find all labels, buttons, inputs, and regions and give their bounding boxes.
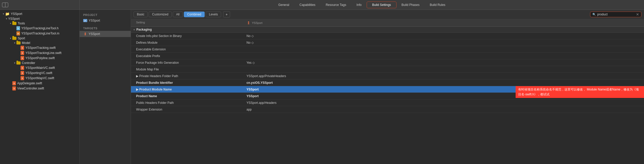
table-row[interactable]: Module Map File xyxy=(131,66,644,73)
add-setting-button[interactable]: + xyxy=(223,11,230,17)
sidebar-item-sportingvc-swift[interactable]: S YSSportingVC.swift xyxy=(0,70,79,76)
svg-point-2 xyxy=(85,33,86,34)
sidebar-item-model-folder[interactable]: ▾ Model xyxy=(0,41,79,45)
sidebar-item-mapvc-swift[interactable]: S YSSportMapVC.swift xyxy=(0,76,79,81)
table-row[interactable]: ▶ Private Headers Folder Path YSSport.ap… xyxy=(131,73,644,79)
tab-capabilities[interactable]: Capabilities xyxy=(294,0,320,10)
spacer xyxy=(13,32,16,35)
swift-file-icon: S xyxy=(12,81,16,85)
sidebar-item-yssport-root[interactable]: ▾ 📁 YSSport xyxy=(0,11,79,16)
comment-overlay: 有时候项目名称系统命名不规范，这里可以修改， Module Name或者Name… xyxy=(516,86,644,98)
setting-value: No ◇ xyxy=(244,40,644,45)
sidebar-item-label: YSSportTrackingLine.swift xyxy=(25,51,61,55)
chevron-down-icon: ▾ xyxy=(5,17,8,20)
tab-resource-tags[interactable]: Resource Tags xyxy=(320,0,351,10)
sidebar-item-label: YSSportMapVC.swift xyxy=(25,76,54,80)
filter-levels-button[interactable]: Levels xyxy=(206,12,221,17)
folder-icon xyxy=(12,37,16,40)
setting-name: ▶ Private Headers Folder Path xyxy=(131,74,244,79)
sidebar-item-appdelegate[interactable]: S AppDelegate.swift xyxy=(0,81,79,86)
setting-value: app xyxy=(244,107,644,112)
chevron-down-icon: ▾ xyxy=(9,37,12,40)
setting-value: No ◇ xyxy=(244,33,644,39)
tab-info[interactable]: Info xyxy=(351,0,367,10)
sidebar-toggle-button[interactable] xyxy=(2,3,8,7)
setting-name: Product Bundle Identifier xyxy=(131,80,244,85)
swift-file-icon: S xyxy=(21,66,24,70)
setting-value: YSSport.app/Headers xyxy=(244,100,644,105)
setting-name: Module Map File xyxy=(131,67,244,72)
table-row[interactable]: Force Package Info Generation Yes ◇ xyxy=(131,59,644,66)
sidebar-item-controller-folder[interactable]: ▾ Controller xyxy=(0,61,79,65)
sidebar-item-label: YSSportTrackingLineTool.m xyxy=(21,32,59,35)
sidebar-item-label: Tools xyxy=(18,22,25,25)
project-name: YSSport xyxy=(89,19,100,22)
section-title: Packaging xyxy=(136,28,152,31)
filter-all-button[interactable]: All xyxy=(173,12,183,17)
table-row[interactable]: Public Headers Folder Path YSSport.app/H… xyxy=(131,99,644,106)
sidebar-item-label: YSSportMainVC.swift xyxy=(25,66,55,70)
setting-value xyxy=(244,49,644,50)
spacer xyxy=(13,27,16,30)
project-icon: P xyxy=(83,19,87,23)
table-row[interactable]: Wrapper Extension app xyxy=(131,106,644,113)
svg-line-5 xyxy=(86,34,86,34)
tab-build-rules[interactable]: Build Rules xyxy=(425,0,451,10)
sidebar-item-sport-folder[interactable]: ▾ Sport xyxy=(0,36,79,41)
sidebar-item-trackingline-swift[interactable]: S YSSportTrackingLine.swift xyxy=(0,50,79,56)
filter-basic-button[interactable]: Basic xyxy=(134,12,148,17)
sidebar-item-tools-folder[interactable]: ▾ Tools xyxy=(0,21,79,26)
sidebar-item-label: YSSportingVC.swift xyxy=(25,71,52,75)
setting-name: Product Name xyxy=(131,94,244,99)
setting-name: Wrapper Extension xyxy=(131,107,244,112)
spacer xyxy=(17,72,20,74)
table-row[interactable]: Product Bundle Identifier cn.ysiOS.YSSpo… xyxy=(131,79,644,86)
setting-name: Force Package Info Generation xyxy=(131,60,244,65)
build-settings-panel: Basic Customized All Combined Levels + 🔍… xyxy=(131,10,644,164)
spacer xyxy=(17,52,20,54)
project-section-label: PROJECT xyxy=(80,12,131,17)
sidebar-item-viewcontroller[interactable]: S ViewController.swift xyxy=(0,86,79,91)
sidebar-item-mainvc-swift[interactable]: S YSSportMainVC.swift xyxy=(0,65,79,70)
swift-file-icon: S xyxy=(12,86,16,90)
sidebar-item-tracking-tool-h[interactable]: h YSSportTrackingLineTool.h xyxy=(0,26,79,31)
table-row[interactable]: Create Info.plist Section in Binary No ◇ xyxy=(131,33,644,39)
setting-name: ▶ Product Module Name xyxy=(131,87,244,92)
swift-file-icon: S xyxy=(21,56,24,60)
clear-search-button[interactable]: ✕ xyxy=(636,12,639,16)
table-row[interactable]: Executable Prefix xyxy=(131,53,644,59)
filter-customized-button[interactable]: Customized xyxy=(149,12,172,17)
sidebar-item-polyline-swift[interactable]: S YSSportPolyline.swift xyxy=(0,56,79,61)
tab-build-settings[interactable]: Build Settings xyxy=(367,2,396,8)
search-box: 🔍 ✕ xyxy=(590,12,641,17)
table-row[interactable]: Defines Module No ◇ xyxy=(131,39,644,46)
chevron-down-icon: ▾ xyxy=(2,13,5,15)
project-item-yssport[interactable]: P YSSport xyxy=(80,17,131,24)
packaging-section-header: ▾ Packaging xyxy=(131,27,644,33)
chevron-down-icon: ▾ xyxy=(13,62,16,64)
sidebar-group-label: YSSport xyxy=(8,17,20,21)
top-bar: General Capabilities Resource Tags Info … xyxy=(0,0,644,10)
sidebar-item-label: YSSportTracking.swift xyxy=(25,46,56,50)
search-icon: 🔍 xyxy=(592,13,596,16)
setting-value xyxy=(244,55,644,57)
setting-value: cn.ysiOS.YSSport xyxy=(244,80,644,85)
sidebar-item-tracking-swift[interactable]: S YSSportTracking.swift xyxy=(0,45,79,50)
search-input[interactable] xyxy=(597,13,636,16)
folder-icon xyxy=(16,61,21,65)
svg-line-4 xyxy=(84,34,85,34)
svg-text:P: P xyxy=(84,20,86,22)
table-row[interactable]: Executable Extension xyxy=(131,46,644,53)
spacer xyxy=(17,67,20,69)
sidebar-item-yssport-group[interactable]: ▾ YSSport xyxy=(0,16,79,21)
tab-build-phases[interactable]: Build Phases xyxy=(396,0,425,10)
tab-general[interactable]: General xyxy=(273,0,295,10)
target-item-yssport[interactable]: YSSport xyxy=(80,31,131,37)
spacer xyxy=(17,57,20,59)
table-row-selected[interactable]: ▶ Product Module Name YSSport 有时候项目名称系统命… xyxy=(131,86,644,93)
setting-value: Yes ◇ xyxy=(244,60,644,65)
sidebar-item-label: Sport xyxy=(18,37,25,40)
sidebar-item-tracking-tool-m[interactable]: m YSSportTrackingLineTool.m xyxy=(0,31,79,36)
filter-combined-button[interactable]: Combined xyxy=(184,12,205,17)
swift-file-icon: S xyxy=(21,76,24,80)
